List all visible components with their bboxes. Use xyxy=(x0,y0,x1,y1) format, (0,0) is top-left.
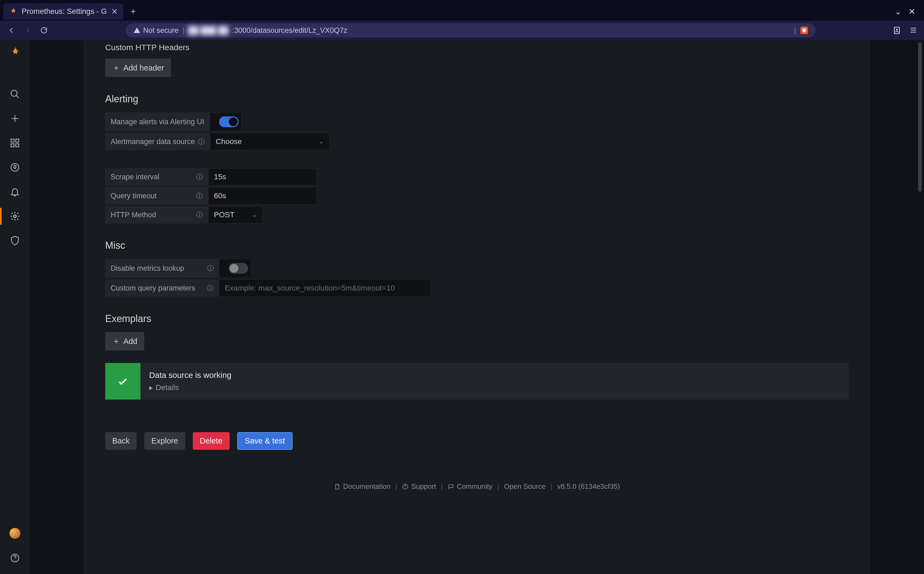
caret-right-icon: ▸ xyxy=(149,383,153,392)
svg-rect-5 xyxy=(11,144,14,147)
user-avatar[interactable] xyxy=(9,528,20,539)
search-icon[interactable] xyxy=(10,89,20,99)
scrape-interval-input[interactable] xyxy=(208,168,317,186)
tabs-chevron-icon[interactable]: ⌄ xyxy=(895,7,902,16)
browser-tab[interactable]: Prometheus: Settings - G ✕ xyxy=(3,3,123,19)
support-icon xyxy=(402,483,409,490)
save-test-button[interactable]: Save & test xyxy=(237,432,292,450)
plus-icon: ＋ xyxy=(112,336,120,347)
disable-lookup-label: Disable metrics lookup ⓘ xyxy=(105,259,219,278)
check-icon xyxy=(105,363,140,400)
svg-rect-6 xyxy=(16,144,19,147)
manage-alerts-label: Manage alerts via Alerting UI xyxy=(105,112,210,131)
doc-icon xyxy=(334,483,340,490)
settings-form: Custom HTTP Headers ＋ Add header Alertin… xyxy=(83,40,870,574)
browser-menu-icon[interactable] xyxy=(909,26,918,35)
info-icon[interactable]: ⓘ xyxy=(196,172,203,181)
svg-point-10 xyxy=(14,560,15,560)
svg-point-1 xyxy=(896,29,898,31)
alerting-heading: Alerting xyxy=(105,93,849,105)
alertmanager-ds-select[interactable]: Choose ⌄ xyxy=(210,133,329,150)
chevron-down-icon: ⌄ xyxy=(252,211,257,218)
misc-heading: Misc xyxy=(105,240,849,251)
query-timeout-input[interactable] xyxy=(208,187,317,205)
scroll-thumb[interactable] xyxy=(918,42,922,192)
browser-tab-strip: Prometheus: Settings - G ✕ ＋ ⌄ ✕ xyxy=(0,0,924,20)
back-button[interactable]: Back xyxy=(105,432,137,450)
create-icon[interactable] xyxy=(10,114,20,124)
footer-support-link[interactable]: Support xyxy=(402,482,436,491)
scrollbar[interactable] xyxy=(918,42,922,416)
svg-point-2 xyxy=(11,90,17,96)
nav-back-button[interactable] xyxy=(6,25,16,35)
status-alert: Data source is working ▸ Details xyxy=(105,363,849,400)
tab-close-icon[interactable]: ✕ xyxy=(111,7,118,16)
footer-documentation-link[interactable]: Documentation xyxy=(334,482,390,491)
svg-point-7 xyxy=(11,164,19,172)
grafana-sidebar xyxy=(0,40,30,574)
delete-button[interactable]: Delete xyxy=(193,432,229,450)
alerting-icon[interactable] xyxy=(10,187,20,197)
info-icon[interactable]: ⓘ xyxy=(196,191,203,200)
explore-icon[interactable] xyxy=(10,162,20,172)
alertmanager-ds-label: Alertmanager data source ⓘ xyxy=(105,133,210,150)
plus-icon: ＋ xyxy=(112,62,120,73)
url-path: :3000/datasources/edit/Lz_VX0Q7z xyxy=(233,26,347,35)
grafana-favicon xyxy=(9,7,17,16)
alert-details-toggle[interactable]: ▸ Details xyxy=(149,383,840,392)
info-icon[interactable]: ⓘ xyxy=(196,210,203,219)
insecure-label: Not secure xyxy=(143,26,179,35)
community-icon xyxy=(448,483,454,490)
alert-title: Data source is working xyxy=(149,371,840,380)
dashboards-icon[interactable] xyxy=(10,138,20,148)
chevron-down-icon: ⌄ xyxy=(319,138,324,145)
new-tab-button[interactable]: ＋ xyxy=(129,5,137,17)
footer-version: v8.5.0 (6134e3cf35) xyxy=(557,482,620,491)
manage-alerts-toggle[interactable] xyxy=(219,117,239,127)
configuration-icon[interactable] xyxy=(10,211,20,221)
window-close-icon[interactable]: ✕ xyxy=(908,7,915,16)
nav-reload-button[interactable] xyxy=(39,25,49,35)
page-footer: Documentation | Support | Comm xyxy=(105,482,849,491)
server-admin-icon[interactable] xyxy=(10,235,20,246)
svg-rect-4 xyxy=(16,139,19,142)
add-header-button[interactable]: ＋ Add header xyxy=(105,58,171,77)
exemplars-heading: Exemplars xyxy=(105,313,849,325)
nav-forward-button[interactable] xyxy=(23,25,33,35)
custom-params-label: Custom query parameters ⓘ xyxy=(105,279,219,297)
add-exemplar-button[interactable]: ＋ Add xyxy=(105,332,145,350)
info-icon[interactable]: ⓘ xyxy=(198,137,205,146)
grafana-logo-icon[interactable] xyxy=(9,47,21,58)
query-timeout-label: Query timeout ⓘ xyxy=(105,187,208,205)
url-host-blurred: ██ ███ ██ xyxy=(188,26,229,35)
http-method-label: HTTP Method ⓘ xyxy=(105,206,208,224)
explore-button[interactable]: Explore xyxy=(144,432,185,450)
scrape-interval-label: Scrape interval ⓘ xyxy=(105,168,208,186)
svg-point-8 xyxy=(14,215,16,218)
url-input[interactable]: Not secure | ██ ███ ██ :3000/datasources… xyxy=(126,23,816,38)
footer-community-link[interactable]: Community xyxy=(448,482,492,491)
insecure-warning-icon xyxy=(134,27,140,34)
http-method-select[interactable]: POST ⌄ xyxy=(208,206,262,224)
disable-lookup-toggle[interactable] xyxy=(229,263,248,274)
profile-icon[interactable] xyxy=(893,26,901,35)
footer-opensource-link[interactable]: Open Source xyxy=(504,482,545,491)
brave-shield-icon[interactable] xyxy=(800,27,808,34)
browser-address-bar: Not secure | ██ ███ ██ :3000/datasources… xyxy=(0,20,924,40)
svg-rect-3 xyxy=(11,139,14,142)
browser-tab-title: Prometheus: Settings - G xyxy=(22,7,107,16)
info-icon[interactable]: ⓘ xyxy=(207,264,214,273)
info-icon[interactable]: ⓘ xyxy=(207,284,214,292)
custom-headers-heading: Custom HTTP Headers xyxy=(105,43,849,52)
help-icon[interactable] xyxy=(10,553,20,563)
custom-params-input[interactable] xyxy=(219,279,431,297)
